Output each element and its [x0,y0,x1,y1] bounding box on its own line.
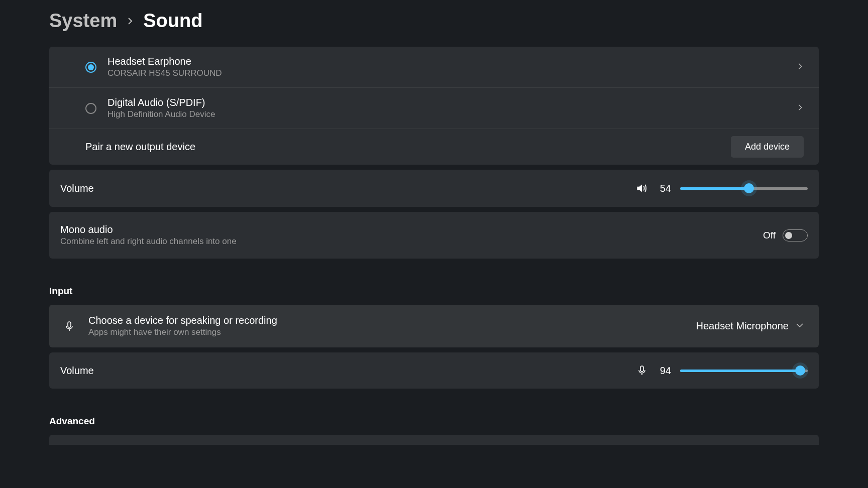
device-title: Digital Audio (S/PDIF) [107,97,797,108]
volume-label: Volume [60,183,94,194]
mono-sub: Combine left and right audio channels in… [60,236,237,247]
mono-audio-row: Mono audio Combine left and right audio … [49,212,819,259]
breadcrumb-parent[interactable]: System [49,10,117,32]
input-section-header: Input [49,286,819,297]
radio-selected-icon[interactable] [85,62,96,73]
mono-state: Off [763,230,776,241]
output-device-headset[interactable]: Headset Earphone CORSAIR HS45 SURROUND [49,47,819,88]
advanced-card [49,435,819,445]
chevron-right-icon [126,17,134,25]
input-device-selector[interactable]: Choose a device for speaking or recordin… [49,305,819,347]
chevron-right-icon[interactable] [797,63,804,72]
volume-value: 54 [657,183,671,194]
input-volume-slider[interactable] [680,370,808,372]
device-subtitle: CORSAIR HS45 SURROUND [107,68,797,78]
output-volume-slider[interactable] [680,187,808,190]
breadcrumb: System Sound [49,10,819,32]
device-title: Headset Earphone [107,56,797,67]
speaker-icon[interactable] [635,182,648,195]
svg-rect-2 [640,366,643,372]
add-device-button[interactable]: Add device [731,136,804,158]
input-selected-device: Headset Microphone [696,320,789,332]
mono-toggle[interactable] [783,229,808,241]
microphone-icon[interactable] [636,364,648,377]
advanced-section-header: Advanced [49,416,819,427]
chevron-down-icon[interactable] [796,321,804,331]
radio-unselected-icon[interactable] [85,103,96,114]
device-subtitle: High Definition Audio Device [107,109,797,119]
input-sub: Apps might have their own settings [88,327,696,337]
svg-rect-0 [68,322,71,327]
output-devices-card: Headset Earphone CORSAIR HS45 SURROUND D… [49,47,819,165]
input-volume-row: Volume 94 [49,352,819,389]
output-volume-row: Volume 54 [49,170,819,207]
mono-label: Mono audio [60,224,237,235]
volume-value: 94 [657,365,671,377]
pair-device-row: Pair a new output device Add device [49,129,819,165]
volume-label: Volume [60,365,94,377]
pair-label: Pair a new output device [85,141,195,153]
output-device-spdif[interactable]: Digital Audio (S/PDIF) High Definition A… [49,88,819,129]
input-title: Choose a device for speaking or recordin… [88,315,696,326]
chevron-right-icon[interactable] [797,104,804,113]
microphone-icon [59,320,79,332]
breadcrumb-current: Sound [143,10,202,32]
